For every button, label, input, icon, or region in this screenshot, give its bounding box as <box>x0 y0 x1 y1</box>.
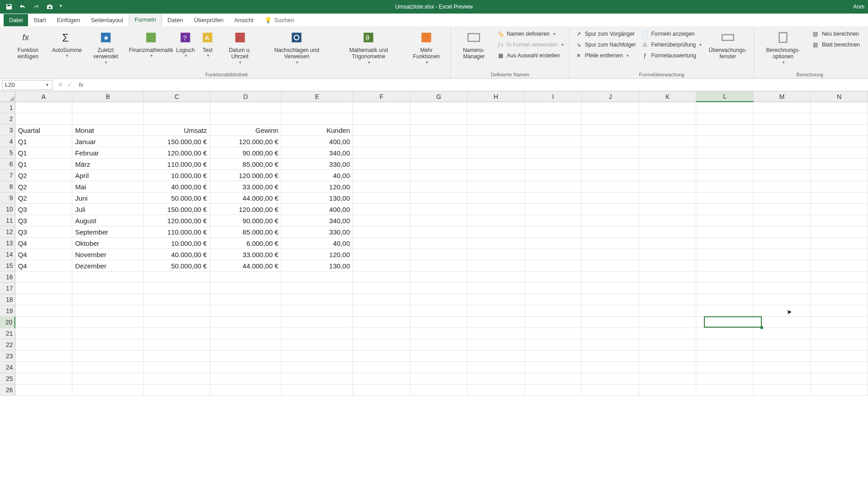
cell-D3[interactable]: Gewinn <box>210 125 282 136</box>
cell-C26[interactable] <box>144 385 210 396</box>
cell-G12[interactable] <box>410 226 468 238</box>
cell-N1[interactable] <box>811 102 868 113</box>
cell-L22[interactable] <box>696 339 754 351</box>
cell-C4[interactable]: 150.000,00 € <box>144 136 210 147</box>
cell-K25[interactable] <box>639 373 697 385</box>
cell-H20[interactable] <box>467 317 525 328</box>
cell-D18[interactable] <box>210 294 282 305</box>
cell-L20[interactable] <box>696 317 754 328</box>
cell-L7[interactable] <box>696 170 754 181</box>
cell-B22[interactable] <box>72 339 144 351</box>
cell-F25[interactable] <box>353 373 410 385</box>
cell-A23[interactable] <box>15 351 73 362</box>
cell-N15[interactable] <box>811 260 868 272</box>
row-header-10[interactable]: 10 <box>0 204 15 215</box>
cell-M17[interactable] <box>754 283 811 294</box>
cell-E24[interactable] <box>282 362 353 373</box>
cell-L6[interactable] <box>696 159 754 170</box>
cell-E6[interactable]: 330,00 <box>282 159 353 170</box>
cell-D26[interactable] <box>210 385 282 396</box>
cell-A2[interactable] <box>15 113 73 125</box>
cell-J4[interactable] <box>582 136 639 147</box>
row-header-15[interactable]: 15 <box>0 260 15 272</box>
cell-H1[interactable] <box>467 102 525 113</box>
cell-K14[interactable] <box>639 249 697 260</box>
cell-H8[interactable] <box>467 181 525 192</box>
cell-H13[interactable] <box>467 238 525 249</box>
cell-C11[interactable]: 120.000,00 € <box>144 215 210 226</box>
cell-D5[interactable]: 90.000,00 € <box>210 147 282 159</box>
cell-K22[interactable] <box>639 339 697 351</box>
cell-A5[interactable]: Q1 <box>15 147 73 159</box>
cell-A26[interactable] <box>15 385 73 396</box>
cell-H23[interactable] <box>467 351 525 362</box>
cell-J2[interactable] <box>582 113 639 125</box>
cell-N25[interactable] <box>811 373 868 385</box>
cell-H5[interactable] <box>467 147 525 159</box>
recent-button[interactable]: ★ Zuletzt verwendet▾ <box>84 29 127 66</box>
cell-G6[interactable] <box>410 159 468 170</box>
cell-M15[interactable] <box>754 260 811 272</box>
insert-function-button[interactable]: fx Funktion einfügen <box>6 29 50 61</box>
cell-H11[interactable] <box>467 215 525 226</box>
cell-K19[interactable] <box>639 305 697 317</box>
error-checking-button[interactable]: ⚠Fehlerüberprüfung▾ <box>639 40 703 50</box>
cell-H18[interactable] <box>467 294 525 305</box>
column-header-E[interactable]: E <box>282 91 353 102</box>
cell-G17[interactable] <box>410 283 468 294</box>
cell-C22[interactable] <box>144 339 210 351</box>
cell-C14[interactable]: 40.000,00 € <box>144 249 210 260</box>
cell-A3[interactable]: Quartal <box>15 125 73 136</box>
cell-J13[interactable] <box>582 238 639 249</box>
cell-F22[interactable] <box>353 339 410 351</box>
tab-tell-me[interactable]: 💡 Suchen <box>259 14 300 26</box>
cell-J19[interactable] <box>582 305 639 317</box>
cell-D6[interactable]: 85.000,00 € <box>210 159 282 170</box>
date-button[interactable]: Datum u. Uhrzeit▾ <box>219 29 260 66</box>
cell-A6[interactable]: Q1 <box>15 159 73 170</box>
cell-L18[interactable] <box>696 294 754 305</box>
cell-L3[interactable] <box>696 125 754 136</box>
cell-F12[interactable] <box>353 226 410 238</box>
cell-H6[interactable] <box>467 159 525 170</box>
row-header-2[interactable]: 2 <box>0 113 15 125</box>
cell-E16[interactable] <box>282 272 353 283</box>
cell-A1[interactable] <box>15 102 73 113</box>
cell-C17[interactable] <box>144 283 210 294</box>
cell-D21[interactable] <box>210 328 282 339</box>
cell-G13[interactable] <box>410 238 468 249</box>
cell-I20[interactable] <box>525 317 582 328</box>
cell-I12[interactable] <box>525 226 582 238</box>
row-header-6[interactable]: 6 <box>0 159 15 170</box>
cell-B20[interactable] <box>72 317 144 328</box>
cell-M18[interactable] <box>754 294 811 305</box>
cell-C19[interactable] <box>144 305 210 317</box>
cell-D19[interactable] <box>210 305 282 317</box>
cell-F18[interactable] <box>353 294 410 305</box>
cell-M7[interactable] <box>754 170 811 181</box>
cell-I5[interactable] <box>525 147 582 159</box>
cell-I7[interactable] <box>525 170 582 181</box>
cell-B16[interactable] <box>72 272 144 283</box>
cell-G20[interactable] <box>410 317 468 328</box>
cell-K6[interactable] <box>639 159 697 170</box>
cell-E18[interactable] <box>282 294 353 305</box>
cell-A8[interactable]: Q2 <box>15 181 73 192</box>
name-manager-button[interactable]: Namens-Manager <box>454 29 493 61</box>
cell-N21[interactable] <box>811 328 868 339</box>
cell-N24[interactable] <box>811 362 868 373</box>
cell-M12[interactable] <box>754 226 811 238</box>
column-header-L[interactable]: L <box>696 91 754 102</box>
cell-F16[interactable] <box>353 272 410 283</box>
cell-L13[interactable] <box>696 238 754 249</box>
cell-E22[interactable] <box>282 339 353 351</box>
cell-G10[interactable] <box>410 204 468 215</box>
cell-L2[interactable] <box>696 113 754 125</box>
row-header-5[interactable]: 5 <box>0 147 15 159</box>
tab-home[interactable]: Start <box>28 14 51 26</box>
row-header-13[interactable]: 13 <box>0 238 15 249</box>
cell-F6[interactable] <box>353 159 410 170</box>
cell-L4[interactable] <box>696 136 754 147</box>
cell-D4[interactable]: 120.000,00 € <box>210 136 282 147</box>
cell-J3[interactable] <box>582 125 639 136</box>
